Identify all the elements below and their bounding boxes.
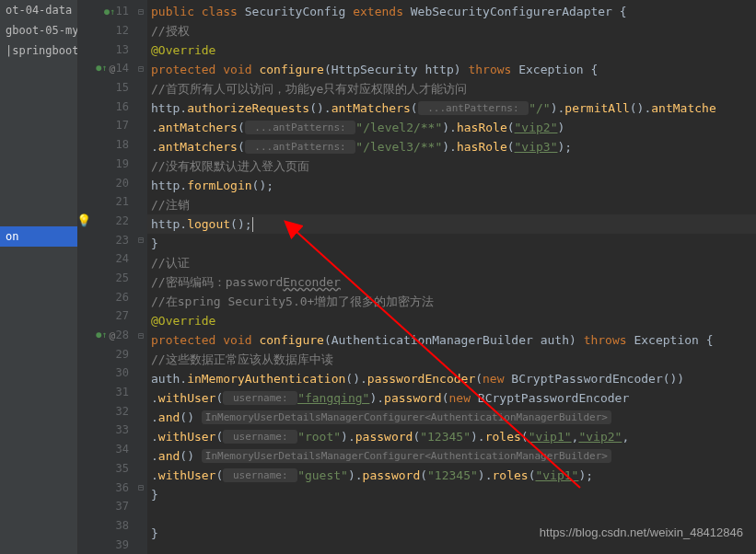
code-line[interactable]: @Override [147,311,756,330]
line-num: 13 [110,43,129,56]
code-line[interactable]: .and() InMemoryUserDetailsManagerConfigu… [147,446,756,466]
line-num: 35 [110,462,129,475]
code-line[interactable]: .and() InMemoryUserDetailsManagerConfigu… [147,408,756,427]
code-line[interactable]: auth.inMemoryAuthentication().passwordEn… [147,369,756,388]
fold-icon[interactable]: ⊟ [138,330,144,340]
line-num: 31 [110,386,129,398]
sidebar-item-2[interactable]: |springboot-06 [0,40,77,61]
line-num: 19 [110,157,129,170]
gutter: 11●↑⊟ 12 13 14●↑@⊟ 15 16 17 18 19 20 21 … [78,0,147,554]
line-num: 38 [110,519,129,532]
code-line[interactable]: .antMatchers( ...antPatterns: "/level2/*… [147,118,756,137]
code-line[interactable]: //没有权限默认进入登入页面 [147,156,756,176]
fold-icon[interactable]: ⊟ [138,6,144,17]
code-line[interactable]: //注销 [147,195,756,214]
line-num: 33 [110,423,129,436]
sidebar-item-3[interactable]: on [0,226,77,247]
code-editor[interactable]: public class SecurityConfig extends WebS… [147,0,756,554]
code-line[interactable]: } [147,234,756,253]
code-line[interactable]: } [147,485,756,504]
line-num: 21 [110,195,129,208]
code-line[interactable]: protected void configure(HttpSecurity ht… [147,60,756,79]
line-num: 30 [110,366,129,379]
code-line[interactable]: //首页所有人可以访问，功能ye只有对应权限的人才能访问 [147,79,756,98]
fold-icon[interactable]: ⊟ [138,63,144,74]
watermark: https://blog.csdn.net/weixin_48412846 [540,525,743,539]
code-line[interactable] [147,504,756,524]
code-line[interactable]: .withUser( username: "guest").password("… [147,466,756,485]
code-line[interactable]: .antMatchers( ...antPatterns: "/level3/*… [147,137,756,156]
line-num: 17 [110,119,129,132]
fold-icon[interactable]: ⊟ [138,482,144,492]
sidebar-item-1[interactable]: gboot-05-myba [0,20,77,40]
line-num: 18 [110,138,129,151]
code-line[interactable] [147,543,756,554]
code-line[interactable]: http.formLogin(); [147,176,756,195]
line-num: 26 [110,291,129,304]
code-line[interactable]: public class SecurityConfig extends WebS… [147,2,756,21]
code-line[interactable]: //密码编码：passwordEnconder [147,272,756,292]
code-line[interactable]: http.authorizeRequests().antMatchers( ..… [147,98,756,118]
override-icon[interactable]: ●↑ [96,63,107,75]
code-line[interactable]: http.logout(); [147,214,756,234]
project-sidebar[interactable]: ot-04-data gboot-05-myba |springboot-06 … [0,0,78,554]
code-line[interactable]: protected void configure(AuthenticationM… [147,330,756,350]
line-num: 16 [110,100,129,113]
line-num: 20 [110,177,129,190]
line-num: 24 [110,252,129,265]
code-line[interactable]: //在spring Security5.0+增加了很多的加密方法 [147,292,756,311]
code-line[interactable]: .withUser( username: "root").password("1… [147,427,756,446]
line-num: 36 [110,481,129,494]
override-icon[interactable]: ●↑ [104,6,115,17]
code-line[interactable]: //认证 [147,253,756,272]
code-line[interactable]: .withUser( username: "fangqing").passwor… [147,388,756,408]
code-line[interactable]: //授权 [147,21,756,40]
line-num: 32 [110,405,129,418]
bulb-icon[interactable]: 💡 [76,214,91,227]
line-num: 29 [110,348,129,361]
override-icon[interactable]: ●↑ [96,329,107,341]
sidebar-item-0[interactable]: ot-04-data [0,0,77,20]
line-num: 15 [110,81,129,94]
code-line[interactable]: //这些数据正常应该从数据库中读 [147,350,756,369]
fold-icon[interactable]: ⊟ [138,235,144,245]
line-num: 25 [110,271,129,284]
cursor [252,217,253,232]
line-num: 37 [110,500,129,513]
line-num: 22 [110,214,129,227]
line-num: 23 [110,234,129,247]
code-line[interactable]: @Override [147,40,756,60]
line-num: 34 [110,443,129,456]
line-num: 12 [110,24,129,37]
at-icon: @ [109,63,115,75]
at-icon: @ [109,329,115,341]
line-num: 27 [110,309,129,322]
line-num: 39 [110,538,129,551]
